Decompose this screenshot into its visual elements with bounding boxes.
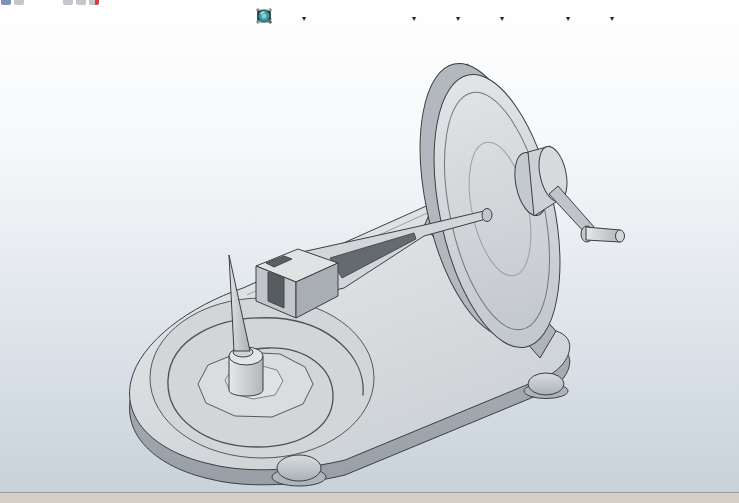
- view-settings-dropdown[interactable]: ▾: [608, 9, 616, 29]
- partial-icon-1[interactable]: [1, 0, 11, 5]
- status-bar: [0, 492, 739, 503]
- partial-icon-5[interactable]: [89, 0, 99, 5]
- partial-icon-2[interactable]: [14, 0, 24, 5]
- toolbar-separator: [420, 19, 430, 20]
- lens-button[interactable]: [630, 9, 650, 29]
- edit-appearance-button[interactable]: [520, 9, 540, 29]
- toolbar-separator: [376, 19, 386, 20]
- hide-show-items-dropdown[interactable]: ▾: [498, 9, 506, 29]
- lens-icon: [256, 8, 272, 24]
- toolbar-separator: [618, 19, 628, 20]
- graphics-viewport[interactable]: ▾: [0, 0, 739, 492]
- solidworks-window: ▾: [0, 0, 739, 503]
- apply-scene-button[interactable]: [542, 9, 562, 29]
- apply-scene-dropdown[interactable]: ▾: [564, 9, 572, 29]
- display-style-dropdown[interactable]: ▾: [454, 9, 462, 29]
- annotation-views-button[interactable]: [354, 9, 374, 29]
- display-style-button[interactable]: [432, 9, 452, 29]
- toolbar-separator: [574, 19, 584, 20]
- toolbar-separator: [508, 19, 518, 20]
- partial-icon-4[interactable]: [76, 0, 86, 5]
- view-orientation-dropdown[interactable]: ▾: [410, 9, 418, 29]
- top-toolbar-fragment: [0, 0, 140, 6]
- hide-show-items-button[interactable]: [476, 9, 496, 29]
- partial-icon-3[interactable]: [63, 0, 73, 5]
- view-settings-button[interactable]: [586, 9, 606, 29]
- section-view-button[interactable]: [332, 9, 352, 29]
- heads-up-view-toolbar: ▾: [256, 8, 650, 30]
- zoom-to-area-dropdown[interactable]: ▾: [300, 9, 308, 29]
- zoom-to-area-button[interactable]: [278, 9, 298, 29]
- model-canvas: [0, 0, 739, 492]
- toolbar-separator: [464, 19, 474, 20]
- previous-view-button[interactable]: [310, 9, 330, 29]
- view-orientation-button[interactable]: [388, 9, 408, 29]
